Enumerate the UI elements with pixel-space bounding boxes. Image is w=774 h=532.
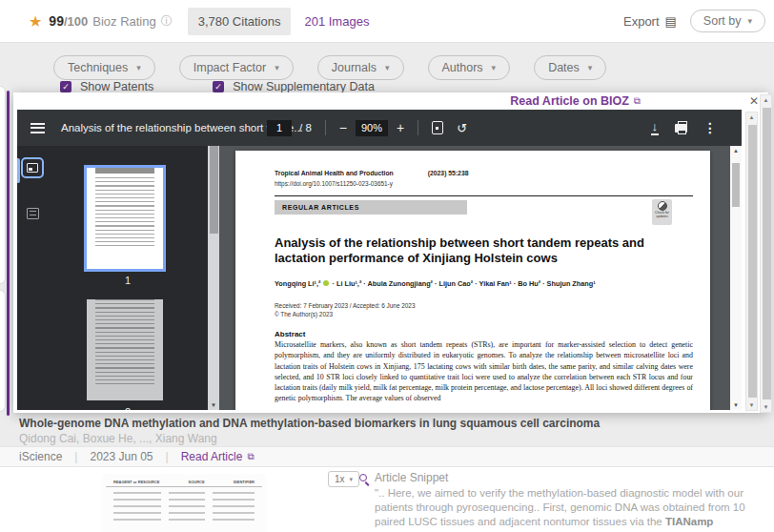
search-icon[interactable] <box>359 474 367 481</box>
rotate-icon[interactable]: ↺ <box>457 121 467 135</box>
scroll-down-icon[interactable]: ▼ <box>746 402 757 408</box>
outline-view-button[interactable] <box>21 203 44 224</box>
article-snippet-label: Article Snippet <box>375 471 448 484</box>
section-tag: REGULAR ARTICLES <box>275 200 467 215</box>
bioz-rating-star-icon: ★ <box>29 12 42 31</box>
figure-row <box>113 519 255 521</box>
read-article-link[interactable]: Read Article ⧉ <box>181 450 255 463</box>
scrollbar-thumb[interactable] <box>748 125 757 398</box>
filter-label: Dates <box>548 61 580 74</box>
snippet-zoom-select[interactable]: 1x ▾ <box>328 471 359 487</box>
info-icon[interactable]: ⓘ <box>161 13 173 30</box>
show-supplementary-label: Show Supplementary Data <box>233 80 375 93</box>
chevron-down-icon: ▾ <box>747 16 752 26</box>
figure-row <box>113 505 255 507</box>
zoom-level-input[interactable] <box>356 120 388 136</box>
export-label: Export <box>623 14 660 29</box>
scroll-up-icon[interactable]: ▲ <box>761 97 771 103</box>
thumb-title-lines <box>95 168 154 174</box>
abstract-heading: Abstract <box>275 330 305 338</box>
article-doi: https://doi.org/10.1007/s11250-023-03651… <box>275 180 393 187</box>
external-link-icon: ⧉ <box>634 95 641 107</box>
toolbar-divider <box>325 120 326 135</box>
scrollbar-thumb[interactable] <box>210 146 218 234</box>
citation-journal: iScience <box>19 450 62 463</box>
thumbnails-icon <box>27 163 38 173</box>
print-icon[interactable] <box>675 124 687 133</box>
zoom-out-icon[interactable]: − <box>339 120 347 135</box>
figure-col-header: IDENTIFIER <box>234 480 255 484</box>
journal-issue: (2023) 55:238 <box>428 170 469 176</box>
article-authors: Yongqing Li¹,² · Li Liu¹,² · Abula Zunon… <box>275 279 596 288</box>
citation-date: 2023 Jun 05 <box>90 450 153 463</box>
figure-thumbnail[interactable]: REAGENT or RESOURCE SOURCE IDENTIFIER <box>102 474 266 532</box>
citation-title[interactable]: Whole-genome DNA methylation and DNA met… <box>19 417 745 430</box>
filter-impact-factor[interactable]: Impact Factor ▾ <box>179 55 294 80</box>
toolbar-divider <box>418 120 418 135</box>
tab-citations[interactable]: 3,780 Citations <box>188 8 292 35</box>
sort-by-dropdown[interactable]: Sort by ▾ <box>690 10 765 32</box>
fit-to-page-icon[interactable] <box>432 121 443 134</box>
scrollbar-thumb[interactable] <box>732 163 740 207</box>
download-icon[interactable]: ↓ <box>651 121 660 135</box>
page-scrollbar[interactable]: ▲ ▼ <box>760 94 772 413</box>
read-article-on-bioz-label: Read Article on BIOZ <box>510 94 629 108</box>
checkbox-checked-icon: ✓ <box>213 81 224 92</box>
scroll-up-icon[interactable]: ▲ <box>746 114 757 120</box>
header-rule <box>275 195 693 196</box>
figure-col-header: SOURCE <box>189 480 205 484</box>
bioz-product-page: ★ 99 /100 Bioz Rating ⓘ 3,780 Citations … <box>0 0 774 532</box>
active-view-indicator <box>17 158 20 183</box>
read-article-label: Read Article <box>181 450 243 463</box>
modal-scrollbar[interactable]: ▲ ▼ <box>745 112 758 411</box>
toggle-bar: ✓ Show Patents ✓ Show Supplementary Data <box>60 80 375 93</box>
scrollbar-thumb[interactable] <box>763 108 771 399</box>
show-patents-checkbox[interactable]: ✓ Show Patents <box>60 80 153 93</box>
scroll-down-icon[interactable]: ▼ <box>730 402 742 408</box>
figure-table-headers: REAGENT or RESOURCE SOURCE IDENTIFIER <box>106 474 262 487</box>
rating-score: 99 <box>49 13 64 29</box>
tab-images[interactable]: 201 Images <box>304 14 369 29</box>
page-2-thumbnail[interactable] <box>87 299 169 400</box>
zoom-in-icon[interactable]: + <box>397 120 404 135</box>
close-icon[interactable]: ✕ <box>749 94 759 108</box>
pdf-thumbnail-panel: 1 2 <box>48 146 208 410</box>
filter-journals[interactable]: Journals ▾ <box>317 55 404 80</box>
thumb-text-lines <box>95 299 154 387</box>
selected-card-accent-bar <box>7 91 10 416</box>
copyright-line: © The Author(s) 2023 <box>275 311 333 317</box>
thumbnails-view-button[interactable] <box>21 157 44 178</box>
thumbnail-panel-scrollbar[interactable]: ▼ <box>208 146 219 410</box>
pdf-page-zoom-controls: / 8 − + ↺ <box>267 110 467 146</box>
export-button[interactable]: Export ▤ <box>623 14 677 29</box>
page-1-thumbnail[interactable] <box>87 168 169 269</box>
scroll-down-icon[interactable]: ▼ <box>761 404 771 410</box>
menu-hamburger-icon[interactable] <box>31 123 45 133</box>
page-number-input[interactable] <box>267 120 292 136</box>
sort-by-label: Sort by <box>703 14 742 28</box>
show-supplementary-checkbox[interactable]: ✓ Show Supplementary Data <box>213 80 375 93</box>
more-options-icon[interactable]: ⋮ <box>703 120 717 135</box>
zoom-value: 1x <box>335 474 345 484</box>
rating-label: Bioz Rating <box>92 14 155 29</box>
filter-authors[interactable]: Authors ▾ <box>428 55 511 80</box>
chevron-down-icon: ▾ <box>136 63 141 72</box>
filter-label: Journals <box>332 61 377 74</box>
check-for-updates-badge[interactable]: Check for updates <box>652 199 672 225</box>
chevron-down-icon: ▾ <box>350 476 354 483</box>
orcid-icon <box>323 280 329 286</box>
pdf-body: 1 2 ▼ Tropical Animal <box>17 146 742 410</box>
filter-dates[interactable]: Dates ▾ <box>534 55 606 80</box>
read-article-on-bioz-link[interactable]: Read Article on BIOZ ⧉ <box>510 94 641 108</box>
figure-row <box>113 512 255 514</box>
received-accepted-line: Received: 7 February 2023 / Accepted: 6 … <box>275 302 415 309</box>
pdf-view-scrollbar[interactable]: ▲ ▼ <box>730 146 742 410</box>
scroll-up-icon[interactable]: ▲ <box>730 148 742 153</box>
page-2-preview <box>87 299 163 400</box>
figure-row <box>113 492 255 494</box>
external-link-icon: ⧉ <box>247 451 254 462</box>
filter-techniques[interactable]: Techniques ▾ <box>53 55 155 80</box>
scroll-down-icon[interactable]: ▼ <box>208 402 219 408</box>
filter-label: Techniques <box>68 61 128 74</box>
checkbox-checked-icon: ✓ <box>60 81 71 92</box>
